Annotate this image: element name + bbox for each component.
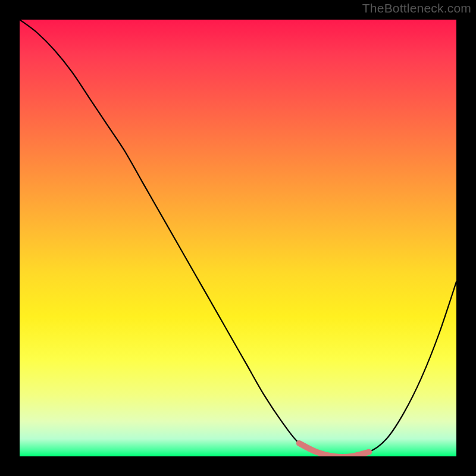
plot-area (20, 20, 456, 456)
watermark-label: TheBottleneck.com (362, 1, 471, 15)
bottleneck-curve (20, 20, 456, 456)
